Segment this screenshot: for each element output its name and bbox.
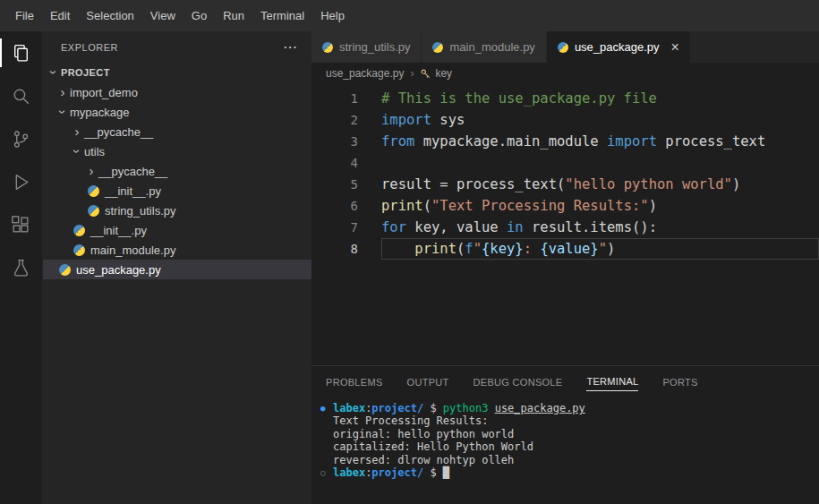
code-token: "Text Processing Results:" — [431, 198, 649, 214]
terminal-line: ○labex:project/ $ █ — [320, 466, 819, 479]
tree-item-import_demo[interactable]: ›import_demo — [43, 82, 311, 102]
symbol-key-icon — [420, 68, 431, 80]
code-line-3[interactable]: 3from mypackage.main_module import proce… — [311, 131, 819, 152]
code-line-7[interactable]: 7for key, value in result.items(): — [311, 217, 819, 238]
activity-extensions[interactable] — [0, 203, 42, 246]
code-token: import — [381, 112, 431, 128]
activity-testing[interactable] — [0, 246, 42, 289]
tab-main_module.py[interactable]: main_module.py — [422, 31, 546, 63]
code-token: {value} — [540, 241, 598, 257]
menu-terminal[interactable]: Terminal — [252, 9, 312, 22]
code-editor[interactable]: 1# This is the use_package.py file2impor… — [311, 84, 819, 365]
activity-run-debug[interactable] — [0, 160, 42, 203]
code-token: " — [473, 241, 482, 257]
code-token: print — [381, 198, 423, 214]
workbench: EXPLORER ⋯ › PROJECT ›import_demo›mypack… — [0, 31, 819, 504]
tree-item-label: mypackage — [70, 106, 129, 119]
tree-item-__pycache__[interactable]: ›__pycache__ — [43, 122, 311, 141]
python-file-icon — [558, 42, 568, 53]
python-file-icon — [88, 185, 99, 197]
activity-source-control[interactable] — [0, 117, 42, 160]
tree-item-label: main_module.py — [90, 243, 175, 257]
code-token: f — [465, 241, 473, 257]
code-text: for key, value in result.items(): — [381, 217, 819, 238]
activity-explorer[interactable] — [0, 31, 42, 74]
tree-item-main_module.py[interactable]: main_module.py — [43, 240, 311, 260]
code-line-1[interactable]: 1# This is the use_package.py file — [311, 88, 819, 109]
tree-item-string_utils.py[interactable]: string_utils.py — [43, 201, 311, 220]
tab-use_package.py[interactable]: use_package.py× — [547, 31, 691, 63]
code-text — [381, 152, 819, 174]
menu-run[interactable]: Run — [215, 9, 252, 22]
menu-view[interactable]: View — [142, 9, 183, 22]
code-line-8[interactable]: 8 print(f"{key}: {value}") — [311, 238, 819, 260]
menu-file[interactable]: File — [7, 9, 42, 22]
terminal-line: capitalized: Hello Python World — [320, 440, 819, 453]
close-icon[interactable]: × — [671, 40, 679, 55]
python-file-icon — [59, 264, 71, 276]
extensions-icon — [10, 214, 32, 236]
tab-label: main_module.py — [449, 40, 534, 54]
code-token: process_text — [657, 133, 765, 149]
terminal-text: capitalized: Hello Python World — [333, 440, 533, 453]
tree-item-mypackage[interactable]: ›mypackage — [43, 102, 311, 122]
tree-item-utils[interactable]: ›utils — [43, 141, 311, 161]
chevron-right-icon: › — [84, 164, 98, 178]
panel-tab-bar: PROBLEMSOUTPUTDEBUG CONSOLETERMINALPORTS — [311, 366, 819, 397]
tree-item-label: use_package.py — [76, 263, 161, 277]
panel-tab-ports[interactable]: PORTS — [662, 373, 697, 391]
tree-root-project[interactable]: › PROJECT — [43, 63, 311, 82]
terminal[interactable]: ●labex:project/ $ python3 use_package.py… — [311, 397, 819, 504]
terminal-segment: capitalized: Hello Python World — [333, 440, 533, 453]
terminal-segment: project/ — [371, 402, 423, 414]
terminal-segment: Text Processing Results: — [333, 414, 488, 427]
tree-item-label: __init__.py — [90, 224, 147, 237]
code-token: ) — [607, 241, 615, 257]
tree-item-use_package.py[interactable]: use_package.py — [43, 260, 311, 279]
tree-item-__init__.py[interactable]: __init__.py — [43, 220, 311, 240]
terminal-text: labex:project/ $ python3 use_package.py — [333, 402, 585, 414]
tree-item-__init__.py[interactable]: __init__.py — [43, 181, 311, 201]
code-token: ) — [732, 176, 740, 192]
line-number: 5 — [311, 174, 358, 195]
terminal-text: original: hello python world — [333, 428, 514, 440]
activity-search[interactable] — [0, 74, 42, 117]
terminal-segment: project/ — [371, 466, 423, 479]
terminal-segment: $ — [423, 466, 443, 479]
panel-tab-output[interactable]: OUTPUT — [407, 373, 449, 391]
panel-tab-problems[interactable]: PROBLEMS — [326, 373, 383, 391]
command-decoration-icon[interactable]: ● — [320, 402, 333, 414]
code-token: for — [381, 219, 406, 235]
code-line-6[interactable]: 6print("Text Processing Results:") — [311, 195, 819, 217]
tab-string_utils.py[interactable]: string_utils.py — [311, 31, 422, 63]
tree-item-label: __init__.py — [105, 184, 161, 198]
breadcrumb-symbol[interactable]: key — [420, 67, 452, 80]
tree-item-label: __pycache__ — [98, 165, 167, 178]
sidebar-title: EXPLORER — [61, 42, 118, 53]
breadcrumb-file[interactable]: use_package.py — [326, 67, 404, 80]
menu-help[interactable]: Help — [312, 9, 353, 22]
panel-tab-debug-console[interactable]: DEBUG CONSOLE — [473, 373, 563, 391]
code-line-4[interactable]: 4 — [311, 152, 819, 174]
menu-selection[interactable]: Selection — [78, 9, 141, 22]
code-text: print(f"{key}: {value}") — [381, 238, 819, 260]
tab-bar: string_utils.pymain_module.pyuse_package… — [311, 31, 819, 63]
terminal-text: Text Processing Results: — [333, 414, 488, 427]
code-text: # This is the use_package.py file — [381, 88, 819, 109]
code-token: {key} — [482, 241, 524, 257]
chevron-down-icon: › — [55, 105, 70, 119]
code-token: " — [599, 241, 607, 257]
vscode-window: FileEditSelectionViewGoRunTerminalHelp E… — [0, 0, 819, 504]
menu-go[interactable]: Go — [183, 9, 215, 22]
tree-item-__pycache__[interactable]: ›__pycache__ — [43, 161, 311, 181]
menu-edit[interactable]: Edit — [42, 9, 78, 22]
more-actions-icon[interactable]: ⋯ — [283, 38, 297, 56]
code-token: ( — [423, 198, 431, 214]
command-decoration-icon[interactable]: ○ — [320, 466, 333, 479]
code-line-5[interactable]: 5result = process_text("hello python wor… — [311, 174, 819, 195]
panel-tab-terminal[interactable]: TERMINAL — [586, 372, 638, 391]
terminal-line: Text Processing Results: — [320, 414, 819, 427]
tree-item-label: string_utils.py — [105, 204, 175, 218]
code-line-2[interactable]: 2import sys — [311, 109, 819, 131]
terminal-segment: $ — [423, 402, 443, 414]
